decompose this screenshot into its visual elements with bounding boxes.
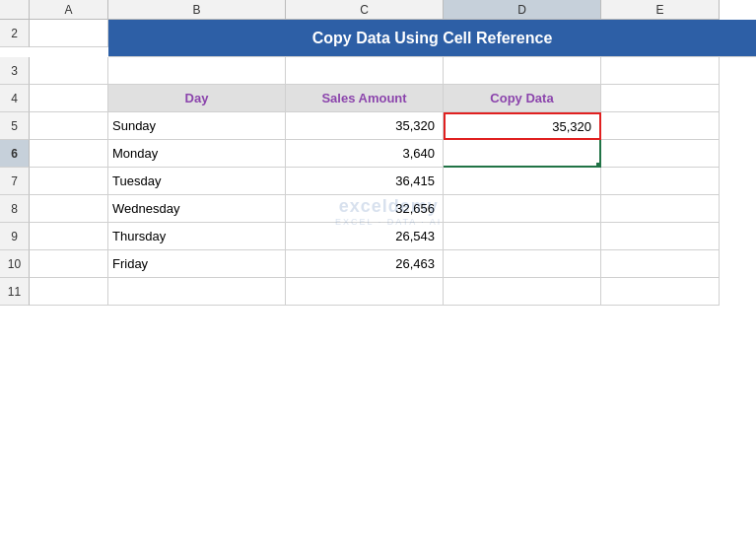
row-num-10: 10 xyxy=(0,250,30,278)
cell-c3[interactable] xyxy=(286,57,444,85)
cell-e8[interactable] xyxy=(601,195,720,223)
row-3: 3 xyxy=(0,57,756,85)
row-num-6: 6 xyxy=(0,140,30,168)
spreadsheet: A B C D E 2 Copy Data Using Cell Referen… xyxy=(0,0,756,554)
corner-spacer xyxy=(0,0,30,20)
cell-a7[interactable] xyxy=(30,168,108,195)
cell-b8-wednesday[interactable]: Wednesday xyxy=(108,195,286,223)
cell-c9-thursday-sales[interactable]: 26,543 xyxy=(286,223,444,250)
cell-c6-monday-sales[interactable]: 3,640 xyxy=(286,140,444,168)
row-2: 2 Copy Data Using Cell Reference xyxy=(0,20,756,57)
cell-e10[interactable] xyxy=(601,250,720,278)
row-num-11: 11 xyxy=(0,278,30,306)
row-num-7: 7 xyxy=(0,168,30,195)
cell-a2[interactable] xyxy=(30,20,108,47)
row-5: 5 Sunday 35,320 35,320 xyxy=(0,112,756,140)
row-8: 8 Wednesday 32,656 xyxy=(0,195,756,223)
cell-a10[interactable] xyxy=(30,250,108,278)
row-11: 11 xyxy=(0,278,756,306)
cell-e3[interactable] xyxy=(601,57,720,85)
cell-b11[interactable] xyxy=(108,278,286,306)
sheet-body: 2 Copy Data Using Cell Reference 3 4 Day… xyxy=(0,20,756,306)
cell-a3[interactable] xyxy=(30,57,108,85)
cell-b10-friday[interactable]: Friday xyxy=(108,250,286,278)
cell-b4-day-header[interactable]: Day xyxy=(108,85,286,112)
cell-c8-wednesday-sales[interactable]: 32,656 xyxy=(286,195,444,223)
cell-a6[interactable] xyxy=(30,140,108,168)
cell-d5-copy[interactable]: 35,320 xyxy=(444,112,601,140)
row-num-5: 5 xyxy=(0,112,30,140)
col-header-c[interactable]: C xyxy=(286,0,444,20)
cell-a9[interactable] xyxy=(30,223,108,250)
cell-d4-copy-header[interactable]: Copy Data xyxy=(444,85,601,112)
row-7: 7 Tuesday 36,415 xyxy=(0,168,756,195)
cell-a4[interactable] xyxy=(30,85,108,112)
cell-a5[interactable] xyxy=(30,112,108,140)
cell-d11[interactable] xyxy=(444,278,601,306)
cell-e4[interactable] xyxy=(601,85,720,112)
cell-b9-thursday[interactable]: Thursday xyxy=(108,223,286,250)
row-num-3: 3 xyxy=(0,57,30,85)
cell-b6-monday[interactable]: Monday xyxy=(108,140,286,168)
cell-e6[interactable] xyxy=(601,140,720,168)
row-4: 4 Day Sales Amount Copy Data xyxy=(0,85,756,112)
cell-c10-friday-sales[interactable]: 26,463 xyxy=(286,250,444,278)
cell-c5-sunday-sales[interactable]: 35,320 xyxy=(286,112,444,140)
col-header-a[interactable]: A xyxy=(30,0,108,20)
row-num-8: 8 xyxy=(0,195,30,223)
cell-d6-copy[interactable] xyxy=(444,140,601,168)
row-6: 6 Monday 3,640 xyxy=(0,140,756,168)
row-num-9: 9 xyxy=(0,223,30,250)
row-num-4: 4 xyxy=(0,85,30,112)
col-header-e[interactable]: E xyxy=(601,0,720,20)
row-num-2: 2 xyxy=(0,20,30,47)
col-header-b[interactable]: B xyxy=(108,0,286,20)
cell-e5[interactable] xyxy=(601,112,720,140)
fill-handle[interactable] xyxy=(596,163,601,168)
cell-e9[interactable] xyxy=(601,223,720,250)
cell-a11[interactable] xyxy=(30,278,108,306)
col-headers: A B C D E xyxy=(0,0,756,20)
row-9: 9 Thursday 26,543 xyxy=(0,223,756,250)
cell-b5-sunday[interactable]: Sunday xyxy=(108,112,286,140)
cell-b7-tuesday[interactable]: Tuesday xyxy=(108,168,286,195)
cell-c11[interactable] xyxy=(286,278,444,306)
row-10: 10 Friday 26,463 xyxy=(0,250,756,278)
cell-d3[interactable] xyxy=(444,57,601,85)
col-header-d[interactable]: D xyxy=(444,0,601,20)
cell-d9-copy[interactable] xyxy=(444,223,601,250)
cell-d10-copy[interactable] xyxy=(444,250,601,278)
cell-d8-copy[interactable] xyxy=(444,195,601,223)
cell-b3[interactable] xyxy=(108,57,286,85)
cell-c7-tuesday-sales[interactable]: 36,415 xyxy=(286,168,444,195)
title-cell: Copy Data Using Cell Reference xyxy=(108,20,756,57)
cell-d7-copy[interactable] xyxy=(444,168,601,195)
cell-a8[interactable] xyxy=(30,195,108,223)
cell-c4-sales-header[interactable]: Sales Amount xyxy=(286,85,444,112)
cell-e7[interactable] xyxy=(601,168,720,195)
cell-e11[interactable] xyxy=(601,278,720,306)
